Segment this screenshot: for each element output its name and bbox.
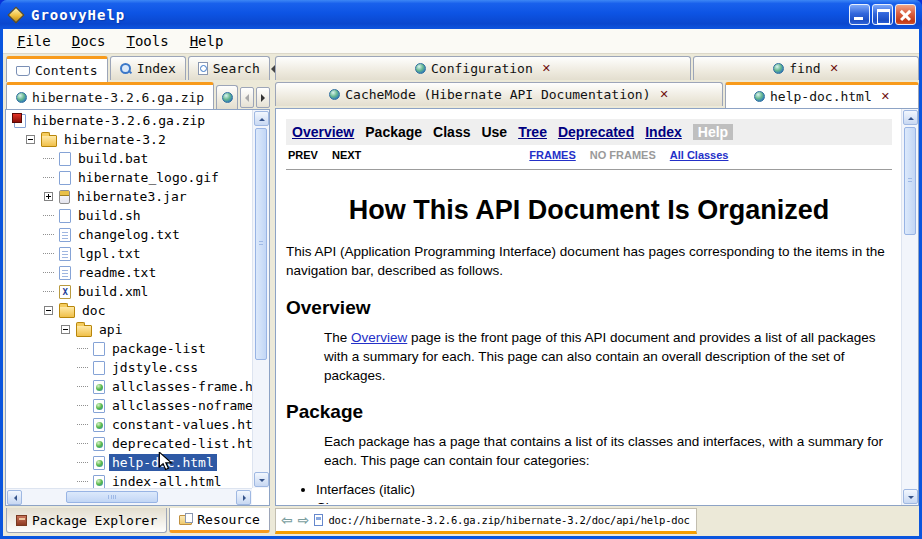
tree-item[interactable]: build.xml — [6, 282, 252, 301]
scroll-right-button[interactable] — [236, 490, 251, 505]
menu-tools[interactable]: Tools — [118, 31, 176, 51]
tab-scroll-right-button[interactable] — [256, 87, 270, 108]
tree-item[interactable]: readme.txt — [6, 263, 252, 282]
tree-vertical-scrollbar[interactable] — [252, 110, 269, 488]
left-arrow-icon — [245, 94, 249, 102]
tree-item[interactable]: api — [6, 320, 252, 339]
tree-item[interactable]: hibernate3.jar — [6, 187, 252, 206]
history-back-icon[interactable]: ⇦ — [281, 513, 293, 527]
title-bar[interactable]: GroovyHelp — [0, 0, 922, 29]
scrollbar-thumb[interactable] — [255, 128, 267, 360]
tab-index[interactable]: Index — [110, 56, 186, 80]
globe-icon — [415, 63, 426, 74]
tree-item[interactable]: changelog.txt — [6, 225, 252, 244]
collapse-icon[interactable] — [44, 306, 53, 315]
document-vertical-scrollbar[interactable] — [901, 109, 918, 505]
divider — [286, 169, 892, 170]
tree-item[interactable]: allclasses-noframe — [6, 396, 252, 415]
document-url: doc://hibernate-3.2.6.ga.zip/hibernate-3… — [328, 514, 689, 526]
tab-find[interactable]: find ✕ — [693, 56, 919, 80]
tab-search[interactable]: Search — [188, 56, 270, 80]
tree-item[interactable]: hibernate-3.2 — [6, 130, 252, 149]
tree-item[interactable]: constant-values.ht — [6, 415, 252, 434]
close-button[interactable] — [895, 4, 916, 25]
collapse-icon[interactable] — [26, 135, 35, 144]
close-tab-icon[interactable]: ✕ — [830, 62, 839, 75]
tab-package-explorer[interactable]: Package Explorer — [6, 508, 167, 533]
tree-horizontal-scrollbar[interactable] — [6, 488, 252, 505]
xml-file-icon — [59, 285, 71, 299]
tree-item[interactable]: doc — [6, 301, 252, 320]
scroll-down-button[interactable] — [254, 472, 269, 487]
collapse-icon[interactable] — [61, 325, 70, 334]
right-panel: Configuration ✕ find ✕ CacheMode (Hibern… — [275, 56, 919, 534]
tree-item-root[interactable]: hibernate-3.2.6.ga.zip — [6, 111, 252, 130]
scroll-up-button[interactable] — [903, 110, 918, 125]
window-title: GroovyHelp — [31, 7, 125, 23]
tab-scroll-left-button[interactable] — [240, 87, 254, 108]
resource-folder-icon — [179, 515, 192, 525]
package-paragraph: Each package has a page that contains a … — [324, 433, 892, 471]
left-bottom-tabs: Package Explorer Resource — [6, 508, 270, 533]
tree-item[interactable]: deprecated-list.ht — [6, 434, 252, 453]
folder-icon — [76, 325, 92, 337]
scroll-down-button[interactable] — [903, 489, 918, 504]
close-tab-icon[interactable]: ✕ — [660, 88, 669, 101]
nav-overview-link[interactable]: Overview — [292, 124, 354, 140]
tab-configuration[interactable]: Configuration ✕ — [275, 56, 691, 80]
folder-icon — [41, 135, 57, 147]
text-file-icon — [59, 228, 71, 242]
all-classes-link[interactable]: All Classes — [670, 149, 729, 161]
javadoc-navbar: Overview Package Class Use Tree Deprecat… — [286, 119, 892, 145]
tree-connector — [77, 367, 88, 368]
expand-icon[interactable] — [44, 192, 53, 201]
menu-docs[interactable]: Docs — [64, 31, 114, 51]
tree-item[interactable]: package-list — [6, 339, 252, 358]
nav-index-link[interactable]: Index — [645, 124, 682, 140]
nav-package: Package — [365, 124, 422, 140]
tab-hibernate-zip[interactable]: hibernate-3.2.6.ga.zip — [6, 82, 214, 109]
frames-link[interactable]: FRAMES — [529, 149, 575, 161]
section-heading-overview: Overview — [286, 297, 892, 319]
nav-tree-link[interactable]: Tree — [518, 124, 547, 140]
prev-label: PREV — [288, 149, 318, 161]
scrollbar-thumb[interactable] — [904, 127, 916, 235]
overview-paragraph: The Overview page is the front page of t… — [324, 329, 892, 386]
app-window: GroovyHelp File Docs Tools Help Contents… — [0, 0, 922, 539]
maximize-button[interactable] — [872, 4, 893, 25]
tab-cachemode[interactable]: CacheMode (Hibernate API Documentation) … — [275, 82, 723, 106]
scrollbar-thumb[interactable] — [66, 491, 158, 503]
doc-tabs-row2: CacheMode (Hibernate API Documentation) … — [275, 82, 919, 108]
tree-item-selected[interactable]: help-doc.html — [6, 453, 252, 472]
nav-deprecated-link[interactable]: Deprecated — [558, 124, 634, 140]
tab-resource[interactable]: Resource — [169, 508, 270, 533]
document-viewer: Overview Package Class Use Tree Deprecat… — [275, 108, 919, 506]
close-tab-icon[interactable]: ✕ — [542, 62, 551, 75]
nav-class: Class — [433, 124, 470, 140]
tree-connector — [77, 481, 88, 482]
html-file-icon — [93, 475, 105, 489]
tree-item[interactable]: build.sh — [6, 206, 252, 225]
tree-item[interactable]: index-all.html — [6, 472, 252, 488]
menu-help[interactable]: Help — [182, 31, 232, 51]
html-file-icon — [93, 437, 105, 451]
tree-item[interactable]: build.bat — [6, 149, 252, 168]
minimize-button[interactable] — [849, 4, 870, 25]
tree-item[interactable]: hibernate_logo.gif — [6, 168, 252, 187]
tree-item[interactable]: jdstyle.css — [6, 358, 252, 377]
left-panel: Contents Index Search hibernate-3.2.6.ga… — [5, 56, 270, 534]
tab-partial[interactable]: .. — [216, 85, 238, 109]
tree-item[interactable]: lgpl.txt — [6, 244, 252, 263]
document-status-bar: ⇦ ⇨ doc://hibernate-3.2.6.ga.zip/hiberna… — [275, 508, 697, 534]
tree-item[interactable]: allclasses-frame.h — [6, 377, 252, 396]
tab-help-doc[interactable]: help-doc.html ✕ — [725, 82, 919, 108]
scroll-up-button[interactable] — [254, 111, 269, 126]
doc-tabs-row1: Configuration ✕ find ✕ — [275, 56, 919, 80]
history-forward-icon[interactable]: ⇨ — [298, 513, 310, 527]
tab-contents[interactable]: Contents — [6, 56, 108, 82]
scroll-left-button[interactable] — [7, 490, 22, 505]
menu-file[interactable]: File — [9, 31, 59, 51]
list-item: Classes — [316, 499, 892, 504]
close-tab-icon[interactable]: ✕ — [881, 90, 890, 103]
overview-page-link[interactable]: Overview — [351, 330, 407, 345]
